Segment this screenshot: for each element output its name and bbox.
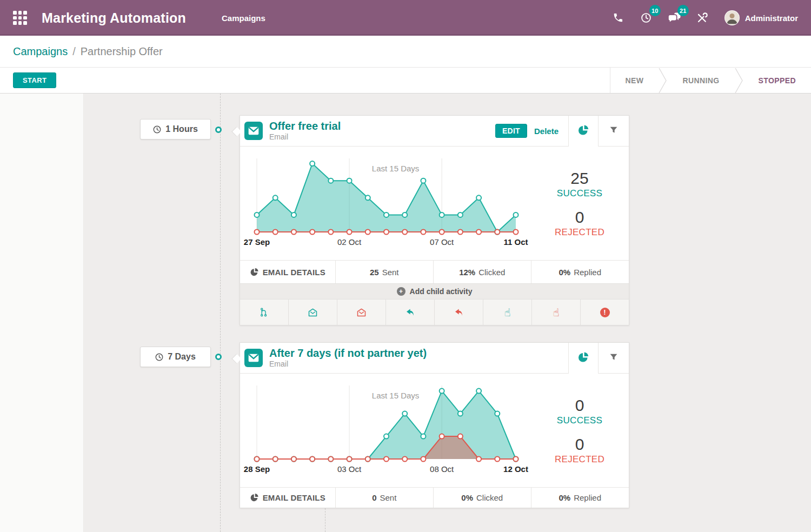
replied-stat[interactable]: 0% Replied (531, 488, 629, 508)
add-child-activity-button[interactable]: + Add child activity (240, 283, 629, 299)
user-name: Administrator (745, 14, 798, 23)
clicked-stat[interactable]: 12% Clicked (433, 261, 531, 283)
activity-1-filter-tab[interactable] (598, 116, 629, 147)
menu-campaigns[interactable]: Campaigns (222, 14, 265, 23)
activities-clock-icon[interactable]: 10 (638, 7, 654, 29)
delay-text: 1 Hours (165, 124, 198, 134)
messages-chat-icon[interactable]: 21 (666, 7, 682, 29)
child-activity-trigger-envelope-open-icon[interactable] (337, 300, 385, 325)
stage-running[interactable]: RUNNING (667, 68, 734, 93)
email-details-label: EMAIL DETAILS (263, 493, 325, 502)
delete-button[interactable]: Delete (534, 127, 559, 136)
child-activity-trigger-hand-pointer-icon[interactable]: ☝ (531, 300, 580, 325)
stage-stopped[interactable]: STOPPED (743, 68, 811, 93)
sent-stat[interactable]: 25 Sent (335, 261, 434, 283)
activities-count-badge: 10 (649, 5, 661, 16)
replied-stat[interactable]: 0% Replied (531, 261, 629, 283)
page-title: Partnership Offer (81, 45, 163, 58)
svg-text:07 Oct: 07 Oct (430, 237, 454, 247)
activity-2-email-stats: EMAIL DETAILS 0 Sent 0% Clicked 0% Repli… (240, 487, 629, 508)
activity-1-kpis: 25 SUCCESS 0 REJECTED (530, 147, 629, 260)
pie-chart-icon (577, 351, 589, 365)
topbar-systray: 10 21 Admin (598, 7, 798, 29)
svg-text:03 Oct: 03 Oct (337, 464, 362, 474)
rejected-label: REJECTED (555, 454, 604, 465)
svg-text:28 Sep: 28 Sep (244, 464, 270, 474)
clicked-label: Clicked (476, 493, 503, 502)
workflow-connector-line (220, 94, 221, 532)
rejected-count[interactable]: 0 (555, 435, 604, 453)
activity-1-delay-badge[interactable]: 1 Hours (140, 119, 211, 139)
stage-separator-chevron (735, 68, 743, 93)
child-activity-trigger-envelope-open-icon[interactable] (288, 300, 337, 325)
add-child-activity-label: Add child activity (410, 287, 473, 296)
sent-value: 25 (370, 268, 379, 277)
child-activity-trigger-exclamation-icon[interactable]: ! (580, 300, 629, 325)
activity-2-type: Email (269, 360, 568, 368)
sent-value: 0 (372, 493, 376, 502)
delay-text: 7 Days (168, 352, 196, 362)
activity-card-offer-free-trial: Offer free trial Email EDIT Delete (240, 115, 629, 325)
avatar (724, 10, 740, 25)
child-activity-trigger-reply-icon[interactable] (434, 300, 483, 325)
status-bar: NEW RUNNING STOPPED (610, 68, 811, 93)
email-details-button[interactable]: EMAIL DETAILS (240, 488, 335, 508)
breadcrumb: Campaigns / Partnership Offer (0, 36, 811, 68)
user-menu[interactable]: Administrator (724, 10, 798, 25)
child-connector-stub (325, 508, 325, 532)
top-navbar: Marketing Automation Campaigns 10 21 (0, 0, 811, 36)
email-activity-icon (244, 349, 263, 367)
phone-icon[interactable] (610, 7, 626, 29)
reply-icon (454, 308, 464, 317)
success-label: SUCCESS (557, 415, 602, 426)
stage-new[interactable]: NEW (610, 68, 659, 93)
replied-value: 0% (559, 268, 570, 277)
hand-pointer-icon: ☝ (553, 307, 559, 318)
rejected-count[interactable]: 0 (555, 208, 604, 226)
sent-label: Sent (380, 493, 397, 502)
pie-chart-icon (250, 268, 259, 277)
success-count[interactable]: 25 (557, 169, 602, 187)
sent-label: Sent (382, 268, 399, 277)
apps-grid-icon[interactable] (13, 11, 27, 25)
activity-2-delay-badge[interactable]: 7 Days (140, 347, 211, 367)
campaign-workflow-canvas: 1 Hours Offer free trial Email EDIT Dele… (0, 94, 811, 532)
tools-wrench-icon[interactable] (694, 7, 710, 29)
activity-1-last-15-days-chart: Last 15 Days27 Sep02 Oct07 Oct11 Oct (240, 147, 530, 260)
reply-icon (405, 308, 415, 317)
sent-stat[interactable]: 0 Sent (335, 488, 434, 508)
exclamation-icon: ! (600, 308, 610, 317)
activity-2-title[interactable]: After 7 days (if not partner yet) (269, 348, 568, 360)
edit-button[interactable]: EDIT (495, 124, 527, 138)
activity-1-header: Offer free trial Email EDIT Delete (240, 116, 629, 147)
breadcrumb-campaigns-link[interactable]: Campaigns (13, 45, 68, 58)
activity-card-after-7-days: After 7 days (if not partner yet) Email (240, 342, 629, 508)
svg-text:Last 15 Days: Last 15 Days (372, 391, 420, 400)
activity-2-filter-tab[interactable] (598, 343, 629, 374)
app-title[interactable]: Marketing Automation (42, 10, 186, 26)
clicked-value: 12% (459, 268, 475, 277)
start-button[interactable]: START (13, 72, 56, 88)
success-count[interactable]: 0 (557, 396, 602, 414)
envelope-open-icon (356, 307, 367, 318)
branch-icon (259, 307, 269, 317)
activity-1-title[interactable]: Offer free trial (269, 121, 495, 132)
svg-text:27 Sep: 27 Sep (244, 237, 270, 247)
clicked-stat[interactable]: 0% Clicked (433, 488, 531, 508)
hand-pointer-icon: ☝ (504, 307, 510, 318)
activity-1-graph-tab[interactable] (568, 116, 598, 147)
activity-2-last-15-days-chart: Last 15 Days28 Sep03 Oct08 Oct12 Oct (240, 374, 530, 487)
activity-1-node-circle (215, 127, 222, 133)
svg-text:08 Oct: 08 Oct (430, 464, 454, 474)
child-activity-trigger-hand-pointer-icon[interactable]: ☝ (483, 300, 531, 325)
child-activity-trigger-branch-icon[interactable] (240, 300, 288, 325)
child-activity-trigger-reply-icon[interactable] (385, 300, 434, 325)
stage-separator-chevron (659, 68, 667, 93)
clicked-value: 0% (461, 493, 473, 502)
activity-2-header: After 7 days (if not partner yet) Email (240, 343, 629, 374)
success-label: SUCCESS (557, 188, 602, 199)
clock-icon (155, 353, 163, 361)
email-details-button[interactable]: EMAIL DETAILS (240, 261, 335, 283)
activity-2-graph-tab[interactable] (568, 343, 598, 374)
pie-chart-icon (577, 124, 589, 138)
